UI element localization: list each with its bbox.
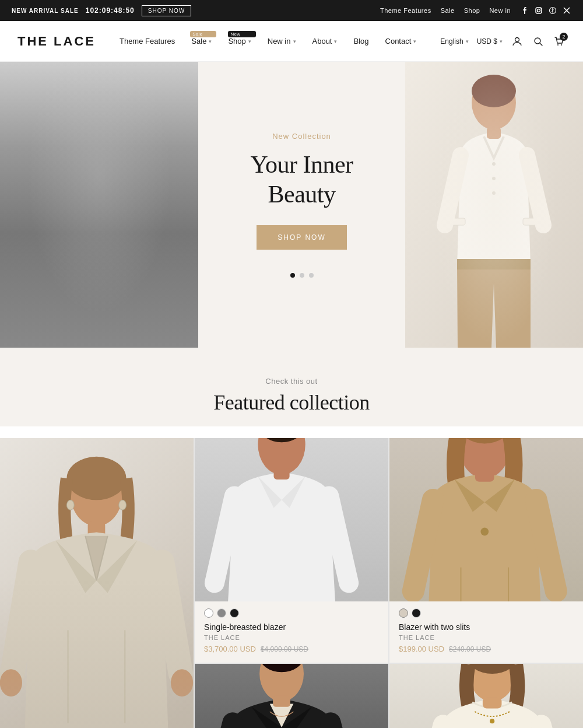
sale-announcement: NEW ARRIVAL SALE <box>12 8 79 14</box>
svg-point-34 <box>119 500 127 510</box>
svg-point-1 <box>538 9 540 12</box>
svg-point-32 <box>171 669 193 696</box>
original-price-2: $240.00 USD <box>449 645 491 653</box>
product-name-2: Blazer with two slits <box>399 622 574 632</box>
product-card-2: Blazer with two slits THE LACE $199.00 U… <box>389 438 583 663</box>
main-navigation: THE LACE Theme Features Sale Sale ▾ New … <box>0 21 583 62</box>
original-price-1: $4,000.00 USD <box>261 645 308 653</box>
svg-rect-17 <box>405 62 583 348</box>
instagram-icon[interactable] <box>534 6 543 15</box>
chevron-down-icon: ▾ <box>500 38 503 44</box>
top-bar: NEW ARRIVAL SALE 102:09:48:50 SHOP NOW T… <box>0 0 583 21</box>
color-swatch[interactable] <box>412 608 421 618</box>
slide-dot-3[interactable] <box>309 273 314 278</box>
nav-new-in[interactable]: New in ▾ <box>268 37 296 46</box>
featured-label: Check this out <box>0 377 583 386</box>
product-brand-1: THE LACE <box>204 634 379 641</box>
top-bar-left: NEW ARRIVAL SALE 102:09:48:50 SHOP NOW <box>12 5 191 16</box>
svg-rect-25 <box>457 259 531 270</box>
site-logo[interactable]: THE LACE <box>17 34 96 49</box>
cart-count: 2 <box>560 33 568 41</box>
svg-point-14 <box>57 125 78 150</box>
product-brand-2: THE LACE <box>399 634 574 641</box>
svg-point-33 <box>66 500 74 510</box>
svg-rect-38 <box>274 468 290 480</box>
nav-sale[interactable]: Sale Sale ▾ <box>191 37 212 46</box>
top-shop-now-button[interactable]: SHOP NOW <box>142 5 191 16</box>
product-image-featured[interactable] <box>0 438 194 728</box>
chevron-down-icon: ▾ <box>209 38 212 44</box>
svg-point-29 <box>66 457 126 500</box>
svg-rect-0 <box>536 8 542 13</box>
sale-badge: Sale <box>190 31 216 37</box>
product-image-4[interactable] <box>389 664 583 728</box>
search-icon[interactable] <box>532 35 545 48</box>
countdown-timer: 102:09:48:50 <box>86 6 135 15</box>
nav-about[interactable]: About ▾ <box>312 37 338 46</box>
svg-rect-10 <box>90 173 108 176</box>
nav-contact[interactable]: Contact ▾ <box>385 37 417 46</box>
account-icon[interactable] <box>511 35 524 48</box>
product-image-3[interactable] <box>195 664 388 728</box>
svg-point-21 <box>492 177 496 180</box>
hero-section: New Collection Your Inner Beauty SHOP NO… <box>0 62 583 348</box>
pinterest-icon[interactable] <box>548 6 557 15</box>
svg-point-2 <box>540 8 540 9</box>
product-info-1: Single-breasted blazer THE LACE $3,700.0… <box>195 601 388 663</box>
featured-section: Check this out Featured collection <box>0 348 583 426</box>
sale-price-1: $3,700.00 USD <box>204 645 256 653</box>
top-theme-features-link[interactable]: Theme Features <box>380 7 431 14</box>
svg-rect-13 <box>32 243 51 247</box>
slide-dot-2[interactable] <box>300 273 304 278</box>
chevron-down-icon: ▾ <box>248 38 251 44</box>
x-icon[interactable] <box>562 6 571 15</box>
featured-title: Featured collection <box>0 390 583 415</box>
top-new-in-link[interactable]: New in <box>489 7 511 14</box>
product-image-1[interactable] <box>195 438 388 601</box>
chevron-down-icon: ▾ <box>293 38 296 44</box>
sale-price-2: $199.00 USD <box>399 645 444 653</box>
svg-point-19 <box>472 75 516 107</box>
svg-point-20 <box>492 162 496 166</box>
svg-point-7 <box>561 44 562 46</box>
language-selector[interactable]: English ▾ <box>440 37 468 46</box>
svg-point-15 <box>121 125 142 150</box>
currency-selector[interactable]: USD $ ▾ <box>477 37 503 46</box>
slide-dot-1[interactable] <box>290 273 295 278</box>
chevron-down-icon: ▾ <box>413 38 416 44</box>
color-swatch[interactable] <box>399 608 408 618</box>
color-swatch[interactable] <box>217 608 226 618</box>
svg-point-18 <box>472 76 516 130</box>
svg-rect-47 <box>273 696 290 707</box>
social-icons <box>520 6 571 15</box>
svg-rect-24 <box>523 218 543 225</box>
color-swatch[interactable] <box>230 608 239 618</box>
nav-blog[interactable]: Blog <box>353 37 368 46</box>
cart-icon[interactable]: 2 <box>553 35 566 48</box>
hero-cta-button[interactable]: SHOP NOW <box>257 225 346 250</box>
svg-point-4 <box>515 37 519 41</box>
product-grid: Single-breasted blazer THE LACE $3,700.0… <box>0 438 583 728</box>
color-swatch[interactable] <box>204 608 213 618</box>
hero-title: Your Inner Beauty <box>222 150 382 209</box>
product-price-1: $3,700.00 USD $4,000.00 USD <box>204 645 379 653</box>
nav-right-actions: English ▾ USD $ ▾ 2 <box>440 35 566 48</box>
nav-shop[interactable]: New Shop ▾ <box>228 37 251 46</box>
product-info-2: Blazer with two slits THE LACE $199.00 U… <box>389 601 583 663</box>
svg-point-5 <box>535 38 540 44</box>
nav-theme-features[interactable]: Theme Features <box>120 37 175 46</box>
product-name-1: Single-breasted blazer <box>204 622 379 632</box>
svg-rect-26 <box>487 127 501 139</box>
svg-rect-43 <box>475 471 494 482</box>
top-sale-link[interactable]: Sale <box>441 7 455 14</box>
chevron-down-icon: ▾ <box>334 38 337 44</box>
product-card-4 <box>389 664 583 728</box>
top-shop-link[interactable]: Shop <box>464 7 480 14</box>
new-badge: New <box>228 31 255 37</box>
facebook-icon[interactable] <box>520 6 529 15</box>
product-price-2: $199.00 USD $240.00 USD <box>399 645 574 653</box>
product-image-2[interactable] <box>389 438 583 601</box>
svg-rect-8 <box>0 62 198 348</box>
chevron-down-icon: ▾ <box>466 38 469 44</box>
svg-rect-16 <box>0 237 198 348</box>
